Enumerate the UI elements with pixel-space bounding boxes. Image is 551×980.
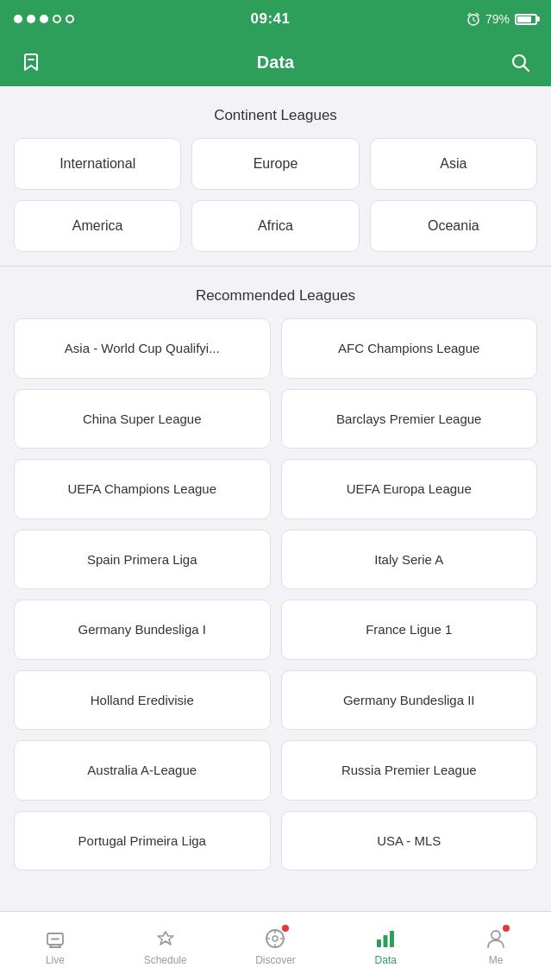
discover-icon bbox=[263, 927, 287, 951]
continent-section-header: Continent Leagues bbox=[0, 86, 551, 138]
continent-oceania[interactable]: Oceania bbox=[370, 200, 537, 252]
league-germany-bundesliga-1[interactable]: Germany Bundesliga I bbox=[14, 600, 271, 660]
league-italy-serie-a[interactable]: Italy Serie A bbox=[281, 530, 538, 590]
league-australia-a-league[interactable]: Australia A-League bbox=[14, 740, 271, 801]
svg-rect-17 bbox=[390, 931, 394, 947]
league-france-ligue-1[interactable]: France Ligue 1 bbox=[281, 600, 538, 660]
continent-africa[interactable]: Africa bbox=[191, 200, 359, 252]
tab-me[interactable]: Me bbox=[441, 927, 551, 966]
tab-data[interactable]: Data bbox=[330, 927, 441, 966]
signal-dots bbox=[14, 15, 74, 23]
nav-bar: Data bbox=[0, 38, 551, 86]
bookmark-button[interactable] bbox=[14, 45, 48, 79]
league-uefa-europa[interactable]: UEFA Europa League bbox=[281, 459, 538, 519]
battery-percent: 79% bbox=[485, 12, 510, 26]
tab-schedule[interactable]: Schedule bbox=[110, 927, 221, 966]
league-portugal-primeira[interactable]: Portugal Primeira Liga bbox=[14, 811, 271, 871]
svg-line-3 bbox=[523, 66, 529, 72]
schedule-icon bbox=[153, 927, 178, 951]
dot-2 bbox=[27, 15, 35, 23]
status-right: 79% bbox=[466, 12, 537, 26]
league-asia-wcq[interactable]: Asia - World Cup Qualifyi... bbox=[14, 318, 271, 379]
league-uefa-champions[interactable]: UEFA Champions League bbox=[14, 459, 271, 519]
status-time: 09:41 bbox=[250, 10, 290, 28]
live-icon bbox=[43, 927, 67, 951]
continent-america[interactable]: America bbox=[14, 200, 181, 252]
tab-live[interactable]: Live bbox=[0, 927, 110, 966]
dot-5 bbox=[66, 15, 74, 23]
svg-rect-15 bbox=[377, 939, 381, 947]
dot-3 bbox=[40, 15, 48, 23]
league-afc-champions[interactable]: AFC Champions League bbox=[281, 318, 538, 379]
league-spain-primera[interactable]: Spain Primera Liga bbox=[14, 530, 271, 590]
league-barclays-premier[interactable]: Barclays Premier League bbox=[281, 389, 538, 449]
leagues-grid: Asia - World Cup Qualifyi... AFC Champio… bbox=[0, 318, 551, 877]
svg-point-10 bbox=[272, 936, 278, 941]
me-notification-dot bbox=[503, 925, 510, 932]
league-usa-mls[interactable]: USA - MLS bbox=[281, 811, 538, 871]
league-russia-premier[interactable]: Russia Premier League bbox=[281, 740, 538, 801]
discover-notification-dot bbox=[282, 925, 289, 932]
battery-icon bbox=[515, 14, 537, 25]
nav-title: Data bbox=[257, 53, 294, 72]
continent-international[interactable]: International bbox=[14, 138, 181, 190]
alarm-icon bbox=[466, 12, 480, 26]
dot-4 bbox=[53, 15, 61, 23]
tab-me-label: Me bbox=[489, 954, 504, 966]
continent-asia[interactable]: Asia bbox=[370, 138, 537, 190]
dot-1 bbox=[14, 15, 22, 23]
tab-live-label: Live bbox=[46, 954, 65, 966]
continent-europe[interactable]: Europe bbox=[191, 138, 359, 190]
svg-point-18 bbox=[492, 931, 500, 939]
battery-fill bbox=[517, 16, 532, 22]
league-germany-bundesliga-2[interactable]: Germany Bundesliga II bbox=[281, 670, 538, 731]
data-icon bbox=[373, 927, 398, 951]
tab-discover[interactable]: Discover bbox=[221, 927, 331, 966]
content: Continent Leagues International Europe A… bbox=[0, 86, 551, 946]
league-china-super[interactable]: China Super League bbox=[14, 389, 271, 449]
status-bar: 09:41 79% bbox=[0, 0, 551, 38]
me-icon bbox=[484, 927, 508, 951]
tab-schedule-label: Schedule bbox=[144, 954, 187, 966]
search-button[interactable] bbox=[503, 45, 537, 79]
tab-data-label: Data bbox=[375, 954, 397, 966]
league-holland-eredivisie[interactable]: Holland Eredivisie bbox=[14, 670, 271, 731]
svg-rect-16 bbox=[384, 935, 388, 947]
tab-bar: Live Schedule Discover bbox=[0, 911, 551, 980]
recommended-section-header: Recommended Leagues bbox=[0, 267, 551, 318]
continent-grid: International Europe Asia America Africa… bbox=[0, 138, 551, 266]
tab-discover-label: Discover bbox=[255, 954, 296, 966]
